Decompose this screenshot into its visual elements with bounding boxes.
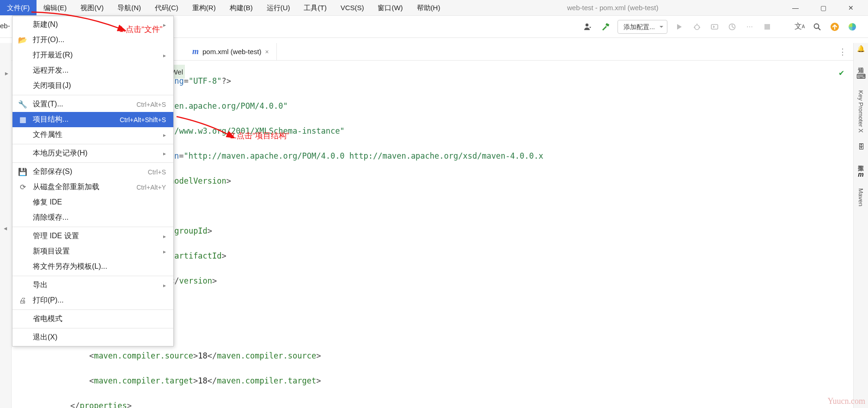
mi-remote-dev[interactable]: 远程开发... [12, 63, 173, 78]
right-tool-stripe: 🔔 通知 ⌨ Key Promoter X 🗄 数据库 m Maven [853, 43, 868, 408]
reload-icon: ⟳ [18, 183, 27, 192]
tool-notifications[interactable]: 通知 [857, 59, 865, 66]
stop-icon[interactable] [762, 21, 773, 32]
search-icon[interactable] [812, 21, 823, 32]
mi-new[interactable]: 新建(N)▸ [12, 17, 173, 32]
key-promoter-icon[interactable]: ⌨ [856, 73, 866, 80]
minimize-icon[interactable]: — [791, 4, 800, 12]
save-icon: 💾 [18, 167, 27, 176]
print-icon: 🖨 [18, 297, 27, 305]
mi-power-save[interactable]: 省电模式 [12, 311, 173, 327]
menu-refactor[interactable]: 重构(R) [185, 0, 223, 15]
mi-invalidate[interactable]: 清除缓存... [12, 210, 173, 225]
menu-code[interactable]: 代码(C) [148, 0, 185, 15]
mi-project-structure[interactable]: ▦项目结构...Ctrl+Alt+Shift+S [12, 112, 173, 127]
window-controls: — ▢ ✕ [778, 0, 868, 15]
mi-export[interactable]: 导出▸ [12, 278, 173, 293]
mi-save-template[interactable]: 将文件另存为模板(L)... [12, 259, 173, 274]
menu-tools[interactable]: 工具(T) [297, 0, 333, 15]
wrench-icon: 🔧 [18, 100, 27, 109]
mi-open-recent[interactable]: 打开最近(R)▸ [12, 48, 173, 63]
build-icon[interactable] [600, 21, 611, 32]
run-config-select[interactable]: 添加配置... [617, 20, 667, 34]
tool-key-promoter[interactable]: Key Promoter X [857, 87, 864, 136]
run-icon[interactable] [674, 21, 685, 32]
mi-close-project[interactable]: 关闭项目(J) [12, 78, 173, 93]
mi-print[interactable]: 🖨打印(P)... [12, 293, 173, 308]
menu-view[interactable]: 视图(V) [73, 0, 110, 15]
translate-icon[interactable]: 文A [794, 21, 805, 32]
menu-help[interactable]: 帮助(H) [410, 0, 447, 15]
collapse-icon[interactable]: ▾ [2, 227, 9, 230]
coverage-icon[interactable] [709, 21, 720, 32]
user-icon[interactable] [582, 21, 593, 32]
svg-point-0 [586, 23, 588, 26]
maven-icon: m [192, 47, 199, 56]
svg-point-11 [814, 24, 819, 28]
notifications-icon[interactable]: 🔔 [857, 45, 865, 52]
svg-line-12 [819, 28, 821, 30]
window-title: web-test - pom.xml (web-test) [447, 0, 778, 15]
svg-line-9 [732, 27, 734, 28]
svg-rect-10 [764, 24, 770, 30]
file-menu-dropdown: 新建(N)▸ 📂打开(O)... 打开最近(R)▸ 远程开发... 关闭项目(J… [12, 16, 174, 346]
menu-build[interactable]: 构建(B) [223, 0, 260, 15]
mi-settings[interactable]: 🔧设置(T)...Ctrl+Alt+S [12, 97, 173, 112]
attach-icon[interactable]: ⋯ [744, 21, 755, 32]
menu-vcs[interactable]: VCS(S) [334, 0, 371, 15]
left-tool-stripe: ▾ ▾ [0, 43, 12, 408]
tab-label: pom.xml (web-test) [202, 48, 262, 56]
menu-run[interactable]: 运行(U) [260, 0, 297, 15]
mi-local-history[interactable]: 本地历史记录(H)▸ [12, 146, 173, 161]
menu-file[interactable]: 文件(F) [0, 0, 37, 15]
mi-exit[interactable]: 退出(X) [12, 330, 173, 345]
menubar: 文件(F) 编辑(E) 视图(V) 导航(N) 代码(C) 重构(R) 构建(B… [0, 0, 868, 16]
database-icon[interactable]: 🗄 [858, 143, 864, 150]
mi-reload[interactable]: ⟳从磁盘全部重新加载Ctrl+Alt+Y [12, 179, 173, 195]
mi-repair[interactable]: 修复 IDE [12, 195, 173, 210]
structure-icon: ▦ [18, 115, 27, 124]
editor-options-icon[interactable]: ⋮ [838, 47, 848, 57]
mi-open[interactable]: 📂打开(O)... [12, 32, 173, 48]
plugin-icon[interactable] [847, 21, 858, 32]
close-icon[interactable]: ✕ [847, 4, 855, 12]
profile-icon[interactable] [727, 21, 738, 32]
update-icon[interactable] [829, 21, 840, 32]
tab-pom-xml[interactable]: m pom.xml (web-test) × [185, 43, 277, 60]
tab-close-icon[interactable]: × [265, 48, 269, 56]
folder-open-icon: 📂 [18, 36, 27, 44]
inspection-ok-icon[interactable]: ✔ [839, 66, 844, 79]
maximize-icon[interactable]: ▢ [819, 4, 827, 12]
mi-file-props[interactable]: 文件属性▸ [12, 127, 173, 142]
mi-manage-settings[interactable]: 管理 IDE 设置▸ [12, 229, 173, 244]
mi-new-proj-settings[interactable]: 新项目设置▸ [12, 244, 173, 259]
tool-maven[interactable]: Maven [857, 185, 864, 210]
mi-save-all[interactable]: 💾全部保存(S)Ctrl+S [12, 164, 173, 179]
menu-edit[interactable]: 编辑(E) [37, 0, 73, 15]
debug-icon[interactable] [691, 21, 703, 32]
svg-point-2 [695, 25, 699, 30]
watermark: Yuucn.com [828, 396, 865, 406]
expand-icon[interactable]: ▾ [2, 72, 9, 75]
menu-window[interactable]: 窗口(W) [371, 0, 410, 15]
maven-tool-icon[interactable]: m [858, 171, 863, 178]
tool-database[interactable]: 数据库 [857, 157, 865, 164]
menu-navigate[interactable]: 导航(N) [110, 0, 148, 15]
